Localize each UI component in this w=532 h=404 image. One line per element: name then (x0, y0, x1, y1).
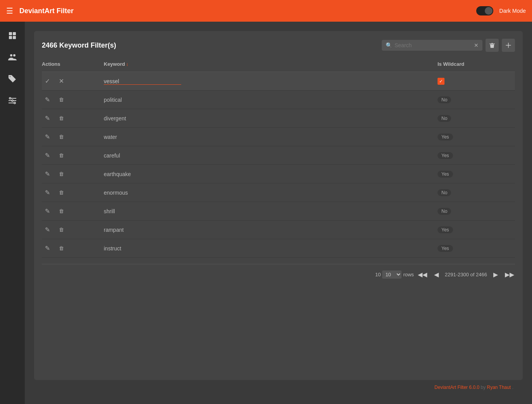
editing-keyword-cell (104, 75, 438, 88)
row-actions: ✎ 🗑 (42, 110, 104, 127)
delete-all-button[interactable] (486, 39, 499, 52)
table-row: ✎ 🗑 careful Yes (42, 146, 515, 165)
sidebar-item-tag[interactable] (3, 70, 22, 88)
keyword-cell: instruct (104, 242, 438, 255)
delete-button[interactable]: 🗑 (56, 132, 67, 142)
confirm-edit-button[interactable]: ✓ (42, 76, 53, 87)
editing-wildcard-cell: ✓ (438, 75, 515, 88)
edit-button[interactable]: ✎ (42, 94, 53, 105)
next-page-button[interactable]: ▶ (490, 269, 501, 280)
row-actions: ✎ 🗑 (42, 128, 104, 146)
keyword-text: shrill (104, 208, 115, 214)
layout: 2466 Keyword Filter(s) 🔍 ✕ (0, 22, 532, 404)
delete-button[interactable]: 🗑 (56, 243, 67, 254)
edit-button[interactable]: ✎ (42, 113, 53, 124)
wildcard-cell: No (438, 205, 515, 218)
svg-rect-0 (9, 32, 12, 35)
wildcard-cell: Yes (438, 223, 515, 236)
delete-button[interactable]: 🗑 (56, 206, 67, 217)
wildcard-badge: Yes (438, 134, 453, 140)
keyword-filter-card: 2466 Keyword Filter(s) 🔍 ✕ (34, 31, 523, 380)
row-actions: ✎ 🗑 (42, 166, 104, 183)
footer-by-text: by (481, 385, 487, 390)
sidebar-item-users[interactable] (3, 48, 22, 67)
last-page-button[interactable]: ▶▶ (504, 269, 515, 280)
keyword-text: instruct (104, 245, 121, 252)
cancel-edit-button[interactable]: ✕ (56, 76, 67, 87)
top-bar: ☰ DeviantArt Filter Dark Mode (0, 0, 532, 22)
edit-button[interactable]: ✎ (42, 206, 53, 217)
delete-button[interactable]: 🗑 (56, 169, 67, 180)
hamburger-icon[interactable]: ☰ (6, 6, 13, 15)
table-row: ✎ 🗑 shrill No (42, 202, 515, 221)
edit-button[interactable]: ✎ (42, 187, 53, 198)
search-clear-icon[interactable]: ✕ (474, 42, 479, 48)
edit-button[interactable]: ✎ (42, 132, 53, 142)
delete-button[interactable]: 🗑 (56, 150, 67, 161)
wildcard-badge: Yes (438, 171, 453, 178)
wildcard-badge: Yes (438, 226, 453, 233)
keyword-edit-input[interactable] (104, 78, 181, 85)
svg-point-8 (14, 102, 15, 104)
row-actions: ✎ 🗑 (42, 203, 104, 220)
delete-button[interactable]: 🗑 (56, 187, 67, 198)
row-actions: ✎ 🗑 (42, 240, 104, 257)
dark-mode-toggle[interactable] (476, 6, 493, 15)
table-row: ✎ 🗑 water Yes (42, 128, 515, 146)
add-button[interactable] (502, 39, 515, 52)
keyword-cell: shrill (104, 205, 438, 218)
card-title: 2466 Keyword Filter(s) (42, 41, 382, 50)
search-icon: 🔍 (386, 42, 392, 48)
sidebar-item-filter[interactable] (3, 91, 22, 110)
svg-point-7 (12, 100, 13, 101)
delete-button[interactable]: 🗑 (56, 113, 67, 124)
search-input[interactable] (395, 42, 472, 48)
edit-button[interactable]: ✎ (42, 150, 53, 161)
first-page-button[interactable]: ◀◀ (417, 269, 428, 280)
wildcard-checkbox-checked[interactable]: ✓ (438, 78, 444, 85)
pagination: 10 10 25 50 100 rows ◀◀ ◀ 2291-2300 of 2… (42, 264, 515, 280)
wildcard-cell: Yes (438, 168, 515, 181)
rows-label: rows (403, 272, 414, 277)
edit-button[interactable]: ✎ (42, 224, 53, 235)
keyword-cell: divergent (104, 112, 438, 125)
wildcard-cell: Yes (438, 130, 515, 144)
col-header-keyword[interactable]: Keyword (104, 61, 438, 67)
keyword-text: earthquake (104, 171, 131, 177)
edit-button[interactable]: ✎ (42, 243, 53, 254)
delete-button[interactable]: 🗑 (56, 224, 67, 235)
col-header-wildcard: Is Wildcard (438, 61, 515, 67)
keyword-text: rampant (104, 227, 124, 233)
row-actions: ✎ 🗑 (42, 221, 104, 238)
keyword-table: Actions Keyword Is Wildcard ✓ ✕ ✓ (42, 58, 515, 258)
keyword-text: divergent (104, 115, 126, 122)
footer-author-link[interactable]: Ryan Thaut (487, 385, 511, 390)
rows-per-page-select[interactable]: 10 25 50 100 (382, 270, 402, 279)
search-box: 🔍 ✕ (382, 40, 482, 51)
edit-button[interactable]: ✎ (42, 169, 53, 180)
table-row: ✎ 🗑 instruct Yes (42, 239, 515, 258)
row-actions: ✎ 🗑 (42, 147, 104, 164)
table-header: Actions Keyword Is Wildcard (42, 58, 515, 72)
keyword-cell: enormous (104, 186, 438, 199)
row-actions: ✎ 🗑 (42, 184, 104, 201)
editing-actions: ✓ ✕ (42, 73, 104, 90)
keyword-text: careful (104, 152, 120, 159)
prev-page-button[interactable]: ◀ (431, 269, 442, 280)
sidebar-item-grid[interactable] (3, 26, 22, 45)
keyword-cell: political (104, 93, 438, 106)
card-header: 2466 Keyword Filter(s) 🔍 ✕ (42, 39, 515, 52)
svg-rect-3 (13, 36, 16, 39)
footer-app-link[interactable]: DeviantArt Filter 6.0.0 (434, 385, 479, 390)
wildcard-badge: No (438, 96, 451, 103)
svg-rect-1 (13, 32, 16, 35)
main-content: 2466 Keyword Filter(s) 🔍 ✕ (25, 22, 532, 404)
table-row: ✎ 🗑 divergent No (42, 109, 515, 128)
svg-point-4 (10, 54, 12, 56)
col-header-actions: Actions (42, 61, 104, 67)
keyword-cell: earthquake (104, 168, 438, 181)
keyword-text: water (104, 134, 117, 140)
table-row: ✎ 🗑 rampant Yes (42, 221, 515, 239)
delete-button[interactable]: 🗑 (56, 94, 67, 105)
sidebar (0, 22, 25, 404)
